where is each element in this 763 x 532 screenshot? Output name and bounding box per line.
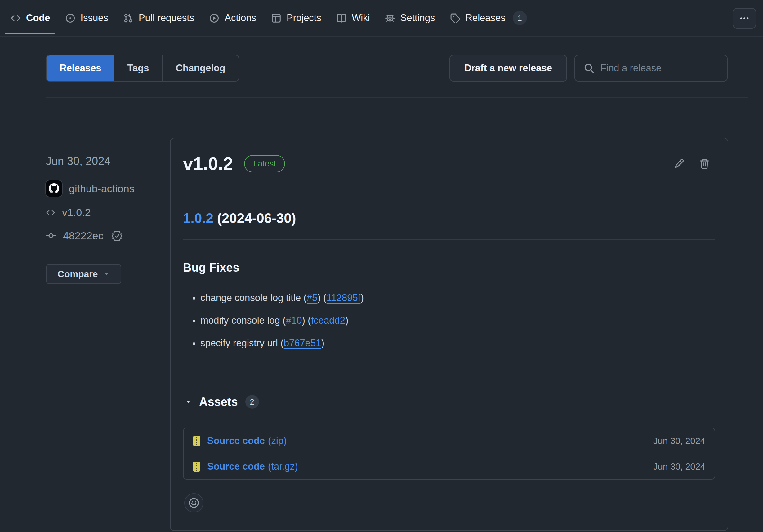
bug-fixes-list: change console log title (#5) (112895f) … xyxy=(183,291,715,350)
avatar[interactable] xyxy=(46,180,62,197)
issue-link[interactable]: #5 xyxy=(307,292,317,303)
code-brackets-icon xyxy=(46,208,55,217)
git-pull-request-icon xyxy=(123,13,133,23)
version-heading: 1.0.2 (2024-06-30) xyxy=(183,210,715,240)
code-icon xyxy=(11,13,21,23)
bug-fixes-heading: Bug Fixes xyxy=(183,260,715,275)
nav-tab-label: Code xyxy=(26,12,50,24)
nav-tab-projects[interactable]: Projects xyxy=(264,0,329,36)
releases-toolbar: Releases Tags Changelog Draft a new rele… xyxy=(46,55,728,82)
release-date: Jun 30, 2024 xyxy=(46,155,161,167)
release-title: v1.0.2 xyxy=(183,154,233,173)
triangle-down-icon xyxy=(185,399,192,405)
release-author-row: github-actions xyxy=(46,180,161,197)
nav-tab-wiki[interactable]: Wiki xyxy=(329,0,378,36)
release-commit-row: 48222ec xyxy=(46,230,161,242)
assets-count-badge: 2 xyxy=(245,395,259,408)
release-tag-name: v1.0.2 xyxy=(62,207,91,219)
segment-releases[interactable]: Releases xyxy=(47,55,114,81)
version-heading-date: (2024-06-30) xyxy=(213,211,296,226)
nav-overflow-button[interactable] xyxy=(733,8,756,29)
release-author[interactable]: github-actions xyxy=(69,183,135,195)
releases-page: Code Issues Pull requests Actions Projec… xyxy=(0,0,763,532)
smiley-icon xyxy=(188,497,199,508)
release-actions xyxy=(674,158,709,169)
release-notes: 1.0.2 (2024-06-30) Bug Fixes change cons… xyxy=(183,210,715,350)
git-commit-icon xyxy=(46,231,56,241)
asset-link[interactable]: Source code xyxy=(207,461,265,472)
nav-tab-label: Issues xyxy=(81,12,109,24)
asset-link-suffix[interactable]: (tar.gz) xyxy=(268,461,298,472)
find-release-input[interactable] xyxy=(600,63,718,74)
play-icon xyxy=(209,13,219,23)
assets-toggle[interactable]: Assets 2 xyxy=(185,395,259,408)
trash-icon xyxy=(699,158,709,169)
chevron-down-icon xyxy=(103,271,110,278)
assets-label: Assets xyxy=(199,395,238,408)
release-meta-sidebar: Jun 30, 2024 github-actions v1.0.2 48222… xyxy=(46,155,161,284)
segment-tags[interactable]: Tags xyxy=(114,55,162,81)
list-item: specify registry url (b767e51) xyxy=(200,336,715,350)
list-item: modify console log (#10) (fceadd2) xyxy=(200,313,715,328)
assets-table: Source code (zip) Jun 30, 2024 Source co… xyxy=(183,427,715,480)
delete-release-button[interactable] xyxy=(699,158,709,169)
commit-link[interactable]: b767e51 xyxy=(284,338,321,348)
compare-button[interactable]: Compare xyxy=(46,264,121,284)
asset-row-targz: Source code (tar.gz) Jun 30, 2024 xyxy=(184,454,714,479)
nav-tab-actions[interactable]: Actions xyxy=(202,0,264,36)
compare-button-label: Compare xyxy=(57,269,98,279)
release-tag-row: v1.0.2 xyxy=(46,207,161,219)
segment-changelog[interactable]: Changelog xyxy=(162,55,239,81)
issue-opened-icon xyxy=(65,13,75,23)
repo-nav: Code Issues Pull requests Actions Projec… xyxy=(0,0,763,37)
nav-tab-label: Settings xyxy=(400,12,435,24)
commit-sha-link[interactable]: 48222ec xyxy=(63,230,103,242)
commit-link[interactable]: 112895f xyxy=(327,292,361,303)
nav-tab-label: Actions xyxy=(225,12,256,24)
assets-divider xyxy=(170,378,728,378)
tag-icon xyxy=(450,13,460,23)
release-card: v1.0.2 Latest 1.0.2 (2024-06-30) Bug Fix… xyxy=(170,138,728,531)
nav-tab-issues[interactable]: Issues xyxy=(58,0,116,36)
list-item: change console log title (#5) (112895f) xyxy=(200,291,715,305)
kebab-horizontal-icon xyxy=(739,13,750,24)
book-icon xyxy=(336,13,347,23)
nav-tab-label: Pull requests xyxy=(139,12,194,24)
nav-tab-settings[interactable]: Settings xyxy=(378,0,443,36)
release-card-header: v1.0.2 Latest xyxy=(183,154,715,173)
search-icon xyxy=(584,63,594,73)
nav-tab-code[interactable]: Code xyxy=(3,0,58,36)
zip-file-icon xyxy=(193,436,200,446)
asset-date: Jun 30, 2024 xyxy=(653,462,705,472)
releases-tags-switcher: Releases Tags Changelog xyxy=(46,55,239,82)
nav-tab-releases[interactable]: Releases 1 xyxy=(443,0,534,36)
asset-link[interactable]: Source code xyxy=(207,435,265,446)
asset-date: Jun 30, 2024 xyxy=(653,436,705,446)
nav-tab-label: Wiki xyxy=(352,12,370,24)
verified-badge-icon[interactable] xyxy=(111,230,123,241)
issue-link[interactable]: #10 xyxy=(286,315,302,326)
pencil-icon xyxy=(674,158,684,169)
zip-file-icon xyxy=(193,462,200,472)
commit-link[interactable]: fceadd2 xyxy=(311,315,345,326)
asset-row-zip: Source code (zip) Jun 30, 2024 xyxy=(184,428,714,454)
latest-badge: Latest xyxy=(244,155,285,172)
find-release-searchbox xyxy=(575,55,728,82)
edit-release-button[interactable] xyxy=(674,158,684,169)
nav-tab-pull-requests[interactable]: Pull requests xyxy=(116,0,202,36)
nav-tab-label: Releases xyxy=(466,12,505,24)
asset-link-suffix[interactable]: (zip) xyxy=(268,435,286,446)
add-reaction-button[interactable] xyxy=(184,493,203,512)
version-heading-link[interactable]: 1.0.2 xyxy=(183,211,213,226)
nav-tab-label: Projects xyxy=(286,12,321,24)
gear-icon xyxy=(385,13,395,23)
github-mark-icon xyxy=(49,183,59,194)
releases-count-badge: 1 xyxy=(513,11,527,25)
draft-new-release-button[interactable]: Draft a new release xyxy=(449,55,567,82)
toolbar-divider xyxy=(46,97,748,98)
project-icon xyxy=(271,13,281,23)
